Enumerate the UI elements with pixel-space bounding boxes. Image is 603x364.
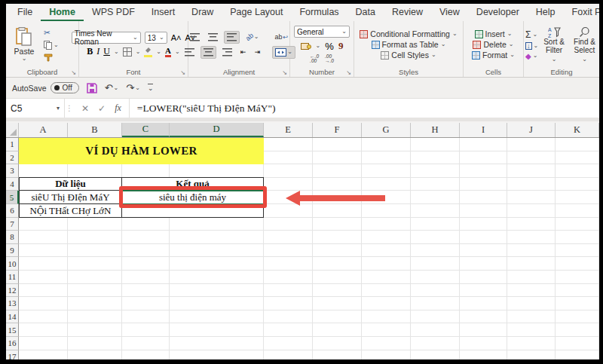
- header-cell-data[interactable]: Dữ liệu: [19, 177, 122, 191]
- row-header-10[interactable]: 10: [6, 257, 19, 271]
- cut-button[interactable]: ✂: [44, 28, 59, 37]
- font-dialog-launcher[interactable]: ↘: [180, 69, 185, 76]
- borders-button[interactable]: [123, 47, 132, 57]
- row-header-6[interactable]: 6: [6, 204, 19, 218]
- name-box[interactable]: C5 ▾: [6, 99, 65, 118]
- ribbon-tab-view[interactable]: View: [431, 5, 468, 21]
- cancel-button[interactable]: ✕: [81, 103, 89, 114]
- grid-row-11[interactable]: [19, 271, 599, 284]
- row-header-8[interactable]: 8: [6, 231, 19, 244]
- italic-button[interactable]: I: [96, 46, 99, 57]
- column-header-J[interactable]: J: [507, 123, 556, 137]
- autosave-toggle[interactable]: Off: [51, 82, 79, 93]
- row-header-11[interactable]: 11: [6, 271, 19, 284]
- alignment-dialog-launcher[interactable]: ↘: [282, 69, 287, 76]
- top-align-button[interactable]: [188, 32, 202, 43]
- row-header-5[interactable]: 5: [6, 191, 19, 204]
- column-header-F[interactable]: F: [313, 123, 362, 137]
- title-cell[interactable]: VÍ DỤ HÀM LOWER: [19, 138, 264, 164]
- align-right-button[interactable]: [220, 47, 234, 58]
- font-color-button[interactable]: A: [165, 47, 171, 57]
- font-size-select[interactable]: 13 ⌄: [145, 32, 167, 44]
- clear-button[interactable]: ◆⌄: [525, 52, 538, 60]
- row-header-9[interactable]: 9: [6, 244, 19, 258]
- row-header-1[interactable]: 1: [6, 138, 19, 151]
- grid-row-7[interactable]: [19, 218, 599, 231]
- orientation-button[interactable]: ab⌄: [243, 32, 262, 42]
- wrap-text-button[interactable]: ab↩: [273, 32, 291, 42]
- fill-color-button[interactable]: [144, 47, 152, 57]
- row-header-4[interactable]: 4: [6, 178, 19, 191]
- grid-row-16[interactable]: [19, 337, 599, 350]
- row-header-13[interactable]: 13: [6, 297, 19, 310]
- grid-row-14[interactable]: [19, 310, 599, 324]
- paste-button[interactable]: Paste ⌄: [9, 27, 39, 62]
- column-header-A[interactable]: A: [19, 123, 68, 137]
- column-header-C[interactable]: C: [122, 123, 170, 137]
- ribbon-tab-draw[interactable]: Draw: [183, 5, 222, 21]
- column-header-I[interactable]: I: [460, 123, 507, 137]
- format-painter-button[interactable]: [44, 54, 59, 62]
- enter-button[interactable]: ✓: [98, 103, 106, 114]
- insert-cells-button[interactable]: Insert ⌄: [475, 29, 513, 38]
- bottom-align-button[interactable]: [224, 31, 240, 44]
- formula-input[interactable]: =LOWER("siêU Thị ĐIện MáY"): [130, 99, 599, 118]
- clipboard-dialog-launcher[interactable]: ↘: [71, 69, 76, 76]
- ribbon-tab-page-layout[interactable]: Page Layout: [222, 5, 291, 21]
- ribbon-tab-insert[interactable]: Insert: [143, 5, 183, 21]
- grid-row-15[interactable]: [19, 323, 599, 337]
- grid-row-9[interactable]: [19, 244, 599, 258]
- percent-style-button[interactable]: %: [325, 41, 334, 52]
- row-header-16[interactable]: 16: [6, 337, 19, 350]
- row-header-2[interactable]: 2: [6, 151, 19, 165]
- increase-decimal-button[interactable]: ←.0 .00: [310, 54, 319, 63]
- insert-function-button[interactable]: fx: [115, 102, 121, 114]
- redo-button[interactable]: ↷⌄: [126, 82, 140, 93]
- ribbon-tab-home[interactable]: Home: [41, 5, 84, 21]
- ribbon-tab-help[interactable]: Help: [528, 5, 564, 21]
- increase-indent-button[interactable]: ⇥: [253, 47, 263, 57]
- row-header-12[interactable]: 12: [6, 284, 19, 298]
- grid-row-17[interactable]: [19, 350, 599, 359]
- decrease-decimal-button[interactable]: .00 →.0: [325, 54, 334, 63]
- grid-row-13[interactable]: [19, 297, 599, 310]
- align-left-button[interactable]: [182, 47, 197, 58]
- accounting-format-icon[interactable]: [301, 42, 311, 50]
- customize-qat-button[interactable]: ⌄: [148, 84, 154, 92]
- bold-button[interactable]: B: [87, 46, 93, 57]
- column-header-G[interactable]: G: [362, 123, 411, 137]
- copy-button[interactable]: ⌄: [44, 41, 59, 50]
- middle-align-button[interactable]: [206, 32, 220, 43]
- ribbon-tab-developer[interactable]: Developer: [468, 5, 528, 21]
- column-header-H[interactable]: H: [411, 123, 460, 137]
- ribbon-tab-file[interactable]: File: [9, 5, 41, 21]
- format-cells-button[interactable]: Format ⌄: [472, 50, 515, 60]
- format-as-table-button[interactable]: Format as Table ⌄: [372, 40, 446, 49]
- underline-button[interactable]: U: [103, 46, 110, 57]
- center-button[interactable]: [200, 46, 216, 59]
- save-icon[interactable]: [87, 83, 97, 93]
- column-header-K[interactable]: K: [556, 123, 599, 137]
- row-header-14[interactable]: 14: [6, 310, 19, 324]
- grow-font-button[interactable]: A˄: [171, 33, 182, 42]
- ribbon-tab-data[interactable]: Data: [347, 5, 384, 21]
- column-header-E[interactable]: E: [264, 123, 313, 137]
- column-header-D[interactable]: D: [170, 123, 264, 137]
- row-header-15[interactable]: 15: [6, 323, 19, 337]
- ribbon-tab-wps-pdf[interactable]: WPS PDF: [84, 5, 143, 21]
- fill-button[interactable]: ↓⌄: [525, 42, 538, 50]
- font-name-select[interactable]: Times New Roman ⌄: [72, 32, 141, 44]
- grid-row-3[interactable]: [19, 164, 599, 178]
- delete-cells-button[interactable]: Delete ⌄: [473, 40, 513, 49]
- select-all-corner[interactable]: [6, 123, 19, 137]
- ribbon-tab-formulas[interactable]: Formulas: [291, 5, 347, 21]
- number-dialog-launcher[interactable]: ↘: [346, 69, 351, 76]
- find-select-button[interactable]: Find & Select ⌄: [571, 26, 598, 63]
- ribbon-tab-foxit-pdf[interactable]: Foxit PDF: [564, 5, 599, 21]
- comma-style-button[interactable]: 9: [338, 40, 344, 52]
- cell-a6[interactable]: NỘi THất CHợ LớN: [19, 204, 122, 218]
- grid-row-10[interactable]: [19, 257, 599, 271]
- grid-row-12[interactable]: [19, 284, 599, 298]
- number-format-select[interactable]: General ⌄: [294, 26, 350, 38]
- grid-row-8[interactable]: [19, 231, 599, 244]
